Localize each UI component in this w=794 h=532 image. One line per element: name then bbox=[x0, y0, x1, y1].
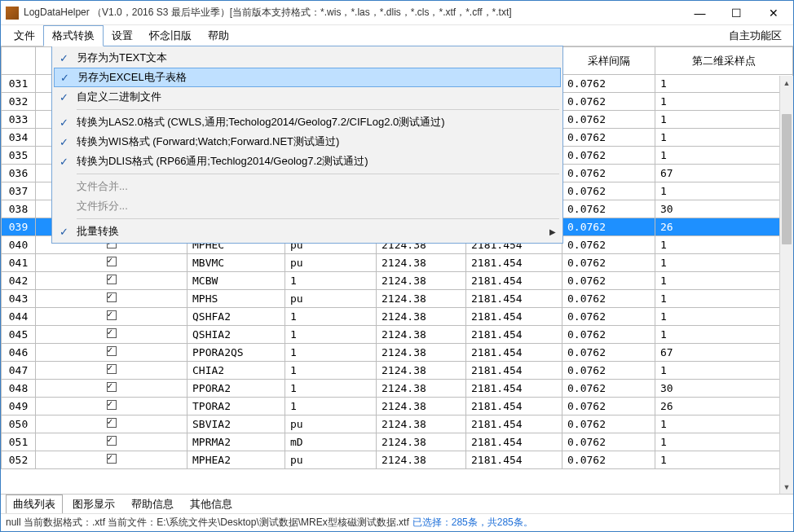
cell-step[interactable]: 0.0762 bbox=[562, 75, 655, 93]
cell-d2[interactable]: 1 bbox=[655, 129, 793, 147]
cell-step[interactable]: 0.0762 bbox=[562, 218, 655, 236]
cell-step[interactable]: 0.0762 bbox=[562, 290, 655, 308]
table-row[interactable]: 041MBVMCpu2124.382181.4540.07621 bbox=[2, 254, 793, 272]
minimize-button[interactable]: — bbox=[682, 1, 718, 24]
row-number[interactable]: 032 bbox=[2, 93, 36, 111]
row-number[interactable]: 049 bbox=[2, 398, 36, 415]
row-number[interactable]: 047 bbox=[2, 362, 36, 380]
row-number[interactable]: 051 bbox=[2, 433, 36, 451]
row-number[interactable]: 031 bbox=[2, 75, 36, 93]
cell-end[interactable]: 2181.454 bbox=[466, 398, 562, 415]
table-row[interactable]: 052MPHEA2pu2124.382181.4540.07621 bbox=[2, 451, 793, 469]
checkbox-icon[interactable] bbox=[107, 310, 117, 320]
cell-d2[interactable]: 26 bbox=[655, 218, 793, 236]
col-d2-header[interactable]: 第二维采样点 bbox=[655, 47, 793, 75]
cell-end[interactable]: 2181.454 bbox=[466, 415, 562, 433]
tab-graphic[interactable]: 图形显示 bbox=[66, 495, 121, 513]
table-row[interactable]: 044QSHFA212124.382181.4540.07621 bbox=[2, 308, 793, 326]
row-number[interactable]: 039 bbox=[2, 218, 36, 236]
cell-step[interactable]: 0.0762 bbox=[562, 272, 655, 290]
cell-end[interactable]: 2181.454 bbox=[466, 326, 562, 344]
cell-d2[interactable]: 67 bbox=[655, 165, 793, 182]
cell-unit[interactable]: pu bbox=[285, 451, 377, 469]
dropdown-item[interactable]: ✓另存为EXCEL电子表格 bbox=[54, 68, 561, 87]
checkbox-icon[interactable] bbox=[107, 418, 117, 428]
cell-end[interactable]: 2181.454 bbox=[466, 308, 562, 326]
cell-start[interactable]: 2124.38 bbox=[377, 254, 466, 272]
dropdown-item[interactable]: ✓转换为WIS格式 (Forward;Watch;Forward.NET测试通过… bbox=[54, 132, 561, 152]
cell-step[interactable]: 0.0762 bbox=[562, 415, 655, 433]
cell-step[interactable]: 0.0762 bbox=[562, 200, 655, 218]
menu-format-convert[interactable]: 格式转换 bbox=[43, 25, 104, 46]
cell-end[interactable]: 2181.454 bbox=[466, 380, 562, 398]
cell-d2[interactable]: 1 bbox=[655, 290, 793, 308]
cell-name[interactable]: MPHS bbox=[187, 290, 285, 308]
menu-settings[interactable]: 设置 bbox=[104, 25, 141, 46]
cell-step[interactable]: 0.0762 bbox=[562, 433, 655, 451]
row-number[interactable]: 048 bbox=[2, 380, 36, 398]
cell-d2[interactable]: 1 bbox=[655, 362, 793, 380]
cell-step[interactable]: 0.0762 bbox=[562, 344, 655, 362]
cell-unit[interactable]: 1 bbox=[285, 272, 377, 290]
cell-end[interactable]: 2181.454 bbox=[466, 344, 562, 362]
cell-name[interactable]: QSHFA2 bbox=[187, 308, 285, 326]
table-row[interactable]: 046PPORA2QS12124.382181.4540.076267 bbox=[2, 344, 793, 362]
cell-d2[interactable]: 1 bbox=[655, 451, 793, 469]
menu-file[interactable]: 文件 bbox=[6, 25, 43, 46]
scroll-up-icon[interactable]: ▲ bbox=[780, 76, 793, 90]
cell-step[interactable]: 0.0762 bbox=[562, 451, 655, 469]
cell-start[interactable]: 2124.38 bbox=[377, 290, 466, 308]
checkbox-icon[interactable] bbox=[107, 436, 117, 446]
table-row[interactable]: 042MCBW12124.382181.4540.07621 bbox=[2, 272, 793, 290]
menu-custom-area[interactable]: 自主功能区 bbox=[729, 25, 788, 46]
checkbox-icon[interactable] bbox=[107, 382, 117, 392]
row-checkbox-cell[interactable] bbox=[36, 326, 187, 344]
cell-start[interactable]: 2124.38 bbox=[377, 451, 466, 469]
cell-step[interactable]: 0.0762 bbox=[562, 308, 655, 326]
cell-step[interactable]: 0.0762 bbox=[562, 254, 655, 272]
cell-step[interactable]: 0.0762 bbox=[562, 93, 655, 111]
row-checkbox-cell[interactable] bbox=[36, 415, 187, 433]
dropdown-item[interactable]: ✓转换为LAS2.0格式 (CWLS,通用;Techolog2014/Geolo… bbox=[54, 112, 561, 132]
cell-unit[interactable]: mD bbox=[285, 433, 377, 451]
table-row[interactable]: 047CHIA212124.382181.4540.07621 bbox=[2, 362, 793, 380]
cell-start[interactable]: 2124.38 bbox=[377, 308, 466, 326]
cell-d2[interactable]: 1 bbox=[655, 254, 793, 272]
table-row[interactable]: 049TPORA212124.382181.4540.076226 bbox=[2, 398, 793, 415]
cell-d2[interactable]: 26 bbox=[655, 398, 793, 415]
cell-name[interactable]: MCBW bbox=[187, 272, 285, 290]
cell-step[interactable]: 0.0762 bbox=[562, 165, 655, 182]
row-number[interactable]: 035 bbox=[2, 147, 36, 165]
row-number[interactable]: 052 bbox=[2, 451, 36, 469]
cell-d2[interactable]: 1 bbox=[655, 433, 793, 451]
cell-end[interactable]: 2181.454 bbox=[466, 290, 562, 308]
menu-old-version[interactable]: 怀念旧版 bbox=[141, 25, 200, 46]
row-checkbox-cell[interactable] bbox=[36, 398, 187, 415]
cell-unit[interactable]: 1 bbox=[285, 344, 377, 362]
row-checkbox-cell[interactable] bbox=[36, 272, 187, 290]
cell-unit[interactable]: 1 bbox=[285, 380, 377, 398]
tab-other-info[interactable]: 其他信息 bbox=[183, 495, 239, 513]
maximize-button[interactable]: ☐ bbox=[718, 1, 755, 24]
row-checkbox-cell[interactable] bbox=[36, 451, 187, 469]
cell-step[interactable]: 0.0762 bbox=[562, 380, 655, 398]
cell-unit[interactable]: pu bbox=[285, 415, 377, 433]
cell-name[interactable]: MPRMA2 bbox=[187, 433, 285, 451]
cell-d2[interactable]: 1 bbox=[655, 147, 793, 165]
tab-help-info[interactable]: 帮助信息 bbox=[125, 495, 180, 513]
cell-step[interactable]: 0.0762 bbox=[562, 182, 655, 200]
dropdown-item[interactable]: ✓批量转换▶ bbox=[54, 222, 561, 241]
cell-unit[interactable]: 1 bbox=[285, 326, 377, 344]
checkbox-icon[interactable] bbox=[107, 454, 117, 464]
cell-step[interactable]: 0.0762 bbox=[562, 111, 655, 129]
table-row[interactable]: 050SBVIA2pu2124.382181.4540.07621 bbox=[2, 415, 793, 433]
cell-start[interactable]: 2124.38 bbox=[377, 415, 466, 433]
row-checkbox-cell[interactable] bbox=[36, 344, 187, 362]
cell-unit[interactable]: pu bbox=[285, 254, 377, 272]
cell-step[interactable]: 0.0762 bbox=[562, 147, 655, 165]
cell-d2[interactable]: 1 bbox=[655, 75, 793, 93]
cell-name[interactable]: MBVMC bbox=[187, 254, 285, 272]
cell-name[interactable]: QSHIA2 bbox=[187, 326, 285, 344]
cell-name[interactable]: SBVIA2 bbox=[187, 415, 285, 433]
cell-end[interactable]: 2181.454 bbox=[466, 433, 562, 451]
